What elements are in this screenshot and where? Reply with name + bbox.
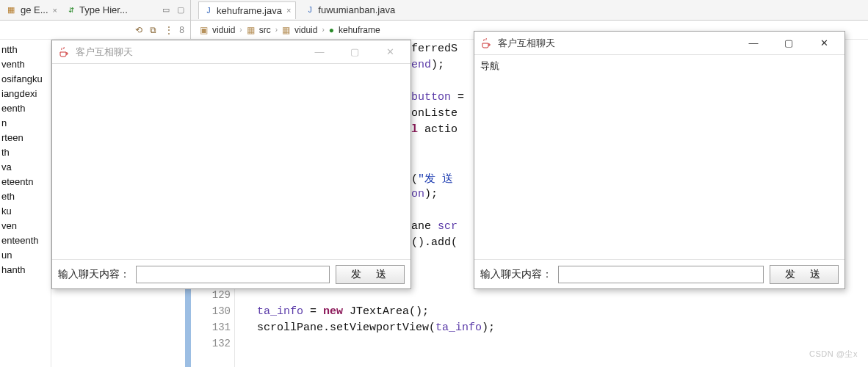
ide-tab-strip: ▦ ge E... × ⇵ Type Hier... ▭ ▢ J kehufra… bbox=[0, 0, 868, 21]
tab-package-explorer[interactable]: ▦ ge E... × bbox=[3, 1, 62, 19]
titlebar[interactable]: 客户互相聊天 — ▢ ✕ bbox=[474, 32, 845, 55]
outline-item[interactable]: th bbox=[1, 145, 51, 160]
close-button[interactable]: ✕ bbox=[809, 34, 839, 53]
tab-kehuframe[interactable]: J kehuframe.java × bbox=[198, 1, 296, 19]
line-number: 129 bbox=[201, 289, 231, 301]
outline-item[interactable]: ntth bbox=[1, 43, 51, 57]
tab-fuwumianban[interactable]: J fuwumianban.java bbox=[300, 1, 399, 19]
outline-item[interactable]: un bbox=[1, 248, 51, 263]
tab-label: Type Hier... bbox=[79, 4, 128, 15]
line-number: 131 bbox=[201, 321, 231, 333]
outline-item[interactable]: eenth bbox=[1, 101, 51, 116]
toolbar-num: 8 bbox=[179, 25, 184, 35]
left-toolbar: ⟲ ⧉ ⋮ 8 bbox=[0, 21, 191, 39]
close-button[interactable]: ✕ bbox=[375, 43, 405, 62]
outline-item[interactable]: osifangku bbox=[1, 72, 51, 87]
collapse-icon[interactable]: ⧉ bbox=[150, 25, 160, 35]
outline-item[interactable]: eteentn bbox=[1, 175, 51, 189]
package-icon: ▦ bbox=[7, 5, 18, 15]
chat-input-row: 输入聊天内容： 发 送 bbox=[52, 259, 411, 288]
code-line: button = bbox=[411, 91, 464, 103]
close-icon[interactable]: × bbox=[286, 6, 291, 15]
code-line: ta_info = new JTextArea(); bbox=[257, 305, 429, 318]
code-line: ("发 送 bbox=[411, 172, 453, 186]
code-line: onListe bbox=[411, 107, 457, 120]
outline-item[interactable]: eth bbox=[1, 189, 51, 204]
code-line: scrollPane.setViewportView(ta_info); bbox=[257, 321, 495, 334]
line-number: 132 bbox=[201, 338, 231, 349]
send-button[interactable]: 发 送 bbox=[770, 265, 839, 284]
crumb-label[interactable]: src bbox=[259, 25, 271, 35]
input-label: 输入聊天内容： bbox=[58, 268, 130, 281]
chevron-right-icon: › bbox=[275, 26, 278, 34]
type-icon: ⇵ bbox=[66, 5, 76, 15]
outline-item[interactable]: n bbox=[1, 116, 51, 131]
outline-item[interactable]: rteen bbox=[1, 131, 51, 145]
send-button[interactable]: 发 送 bbox=[336, 265, 405, 284]
titlebar[interactable]: 客户互相聊天 — ▢ ✕ bbox=[52, 40, 411, 64]
proj-icon: ▣ bbox=[200, 25, 208, 35]
link-icon[interactable]: ⟲ bbox=[135, 25, 145, 35]
close-icon[interactable]: × bbox=[53, 6, 57, 15]
crumb-label[interactable]: viduid bbox=[212, 25, 235, 35]
left-tab-group: ▦ ge E... × ⇵ Type Hier... ▭ ▢ bbox=[0, 0, 191, 20]
tab-label: fuwumianban.java bbox=[318, 4, 395, 15]
window-title: 客户互相聊天 bbox=[76, 46, 133, 59]
tab-label: ge E... bbox=[21, 4, 48, 15]
java-icon: J bbox=[203, 5, 214, 15]
outline-item[interactable]: hanth bbox=[1, 263, 51, 277]
maximize-icon[interactable]: ▢ bbox=[176, 5, 186, 15]
code-line: ().add( bbox=[411, 236, 457, 249]
outline-item[interactable]: va bbox=[1, 160, 51, 175]
maximize-button[interactable]: ▢ bbox=[774, 34, 803, 53]
input-label: 输入聊天内容： bbox=[480, 268, 552, 281]
chat-window-right[interactable]: 客户互相聊天 — ▢ ✕ 导航 输入聊天内容： 发 送 bbox=[474, 31, 845, 289]
watermark: CSDN @尘x bbox=[809, 349, 858, 360]
tab-label: kehuframe.java bbox=[217, 5, 282, 16]
minimize-button[interactable]: — bbox=[739, 34, 768, 53]
maximize-button[interactable]: ▢ bbox=[340, 43, 369, 62]
chat-input[interactable] bbox=[136, 266, 330, 283]
crumb-label[interactable]: viduid bbox=[294, 25, 317, 35]
code-line: l actio bbox=[411, 123, 457, 136]
window-title: 客户互相聊天 bbox=[498, 37, 555, 50]
java-icon: J bbox=[305, 5, 315, 15]
outline-item[interactable]: iangdexi bbox=[1, 87, 51, 101]
chat-window-left[interactable]: 客户互相聊天 — ▢ ✕ 输入聊天内容： 发 送 bbox=[51, 40, 411, 289]
chat-input-row: 输入聊天内容： 发 送 bbox=[474, 259, 845, 288]
breadcrumb: ▣ viduid › ▦ src › ▦ viduid › ● kehufram… bbox=[191, 21, 380, 39]
editor-tab-group: J kehuframe.java × J fuwumianban.java bbox=[191, 0, 399, 20]
outline-item[interactable]: venth bbox=[1, 57, 51, 72]
minimize-icon[interactable]: ▭ bbox=[161, 5, 171, 15]
chat-log: 导航 bbox=[474, 55, 845, 259]
java-cup-icon bbox=[58, 46, 70, 58]
src-icon: ▦ bbox=[247, 25, 255, 35]
code-line: on); bbox=[411, 188, 438, 200]
line-number: 130 bbox=[201, 305, 231, 317]
outline-sidebar: ntthventhosifangkuiangdexieenthnrteenthv… bbox=[0, 40, 51, 367]
java-cup-icon bbox=[480, 37, 492, 49]
chevron-right-icon: › bbox=[239, 26, 242, 34]
tab-type-hierarchy[interactable]: ⇵ Type Hier... bbox=[62, 1, 132, 19]
chevron-right-icon: › bbox=[322, 26, 324, 34]
outline-item[interactable]: ku bbox=[1, 204, 51, 219]
code-line: ferredS bbox=[411, 43, 457, 55]
crumb-label[interactable]: kehuframe bbox=[339, 25, 380, 35]
code-line: ane scr bbox=[411, 220, 457, 233]
code-line: end); bbox=[411, 59, 444, 71]
chat-input[interactable] bbox=[558, 266, 764, 283]
outline-item[interactable]: ven bbox=[1, 219, 51, 233]
pkg-icon: ▦ bbox=[282, 25, 290, 35]
menu-icon[interactable]: ⋮ bbox=[164, 25, 175, 35]
class-icon: ● bbox=[329, 25, 334, 35]
pane-controls: ▭ ▢ bbox=[161, 5, 190, 15]
chat-log bbox=[52, 64, 411, 259]
outline-item[interactable]: enteenth bbox=[1, 233, 51, 248]
minimize-button[interactable]: — bbox=[305, 43, 334, 62]
